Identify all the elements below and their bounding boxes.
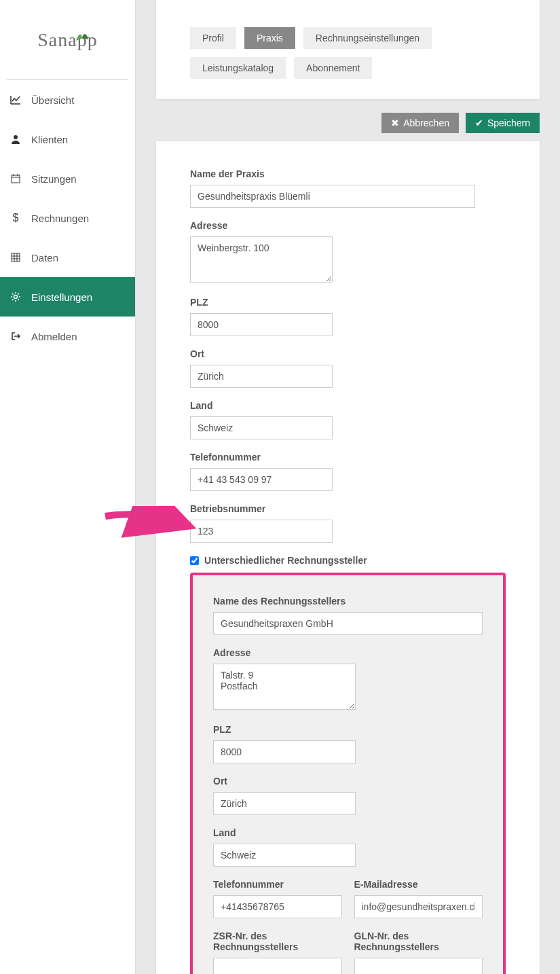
brand-logo: Sanapp [37, 29, 97, 51]
label-biller-city: Ort [213, 776, 483, 787]
checkbox-diff-biller[interactable] [190, 556, 199, 565]
sidebar-item-label: Daten [31, 252, 58, 264]
field-biller-zsr: ZSR-Nr. des Rechnungsstellers [213, 931, 342, 974]
label-address: Adresse [190, 220, 506, 231]
calendar-icon [10, 173, 22, 185]
label-opnum: Betriebsnummer [190, 503, 506, 514]
tab-praxis[interactable]: Praxis [244, 27, 295, 49]
field-biller-phone: Telefonnummer [213, 879, 342, 918]
user-icon [10, 133, 22, 145]
diff-biller-row: Unterschiedlicher Rechnungssteller [190, 555, 506, 566]
field-biller-name: Name des Rechnungsstellers [213, 596, 483, 635]
tab-profil[interactable]: Profil [190, 27, 236, 49]
form-card: Name der Praxis Adresse Weinbergstr. 100… [156, 141, 540, 974]
svg-point-10 [14, 295, 18, 299]
sidebar: Sanapp Übersicht Klienten Sitzungen $ Re… [0, 0, 136, 974]
input-biller-phone[interactable] [213, 895, 342, 918]
sidebar-item-label: Sitzungen [31, 173, 77, 185]
field-country: Land [190, 400, 506, 439]
label-country: Land [190, 400, 506, 411]
label-city: Ort [190, 348, 506, 359]
biller-row-zsr-gln: ZSR-Nr. des Rechnungsstellers GLN-Nr. de… [213, 931, 483, 974]
save-label: Speichern [487, 118, 530, 128]
biller-section: Name des Rechnungsstellers Adresse Talst… [190, 573, 506, 974]
tab-rechnungseinstellungen[interactable]: Rechnungseinstellungen [303, 27, 432, 49]
label-biller-country: Land [213, 827, 483, 838]
field-biller-country: Land [213, 827, 483, 867]
label-biller-zip: PLZ [213, 724, 483, 735]
input-phone[interactable] [190, 468, 333, 491]
gear-icon [10, 291, 22, 303]
sidebar-item-label: Einstellungen [31, 291, 92, 303]
svg-rect-5 [12, 253, 20, 261]
chart-line-icon [10, 94, 22, 106]
input-country[interactable] [190, 416, 333, 439]
input-city[interactable] [190, 365, 333, 388]
field-phone: Telefonnummer [190, 452, 506, 491]
input-biller-gln[interactable] [354, 958, 483, 974]
field-biller-gln: GLN-Nr. des Rechnungsstellers [354, 931, 483, 974]
input-biller-country[interactable] [213, 844, 356, 867]
dollar-icon: $ [10, 212, 22, 224]
save-button[interactable]: ✔ Speichern [466, 113, 540, 133]
field-biller-address: Adresse Talstr. 9 Postfach [213, 647, 483, 712]
input-opnum[interactable] [190, 520, 333, 543]
input-biller-city[interactable] [213, 792, 356, 815]
tab-leistungskatalog[interactable]: Leistungskatalog [190, 57, 286, 79]
label-biller-address: Adresse [213, 647, 483, 658]
sidebar-item-label: Klienten [31, 134, 68, 145]
nav-list: Übersicht Klienten Sitzungen $ Rechnunge… [0, 80, 135, 356]
field-biller-zip: PLZ [213, 724, 483, 763]
close-icon: ✖ [391, 118, 399, 128]
tabs-card: Profil Praxis Rechnungseinstellungen Lei… [156, 0, 540, 99]
input-biller-zsr[interactable] [213, 958, 342, 974]
table-icon [10, 251, 22, 264]
main-content: Profil Praxis Rechnungseinstellungen Lei… [136, 0, 560, 974]
biller-row-phone-email: Telefonnummer E-Mailadresse [213, 879, 483, 931]
logo-area: Sanapp [7, 0, 128, 80]
cancel-label: Abbrechen [403, 118, 449, 128]
textarea-address[interactable]: Weinbergstr. 100 [190, 236, 333, 283]
action-bar: ✖ Abbrechen ✔ Speichern [156, 113, 540, 133]
sidebar-item-data[interactable]: Daten [0, 238, 135, 277]
input-zip[interactable] [190, 313, 333, 336]
label-biller-phone: Telefonnummer [213, 879, 342, 890]
label-diff-biller: Unterschiedlicher Rechnungssteller [204, 555, 367, 566]
input-biller-name[interactable] [213, 612, 483, 635]
sidebar-item-invoices[interactable]: $ Rechnungen [0, 198, 135, 238]
label-biller-zsr: ZSR-Nr. des Rechnungsstellers [213, 931, 342, 952]
sidebar-item-sessions[interactable]: Sitzungen [0, 159, 135, 198]
sidebar-item-label: Übersicht [31, 94, 74, 106]
sidebar-item-label: Abmelden [31, 331, 77, 342]
cancel-button[interactable]: ✖ Abbrechen [381, 113, 459, 133]
field-address: Adresse Weinbergstr. 100 [190, 220, 506, 285]
label-zip: PLZ [190, 297, 506, 308]
sidebar-item-logout[interactable]: Abmelden [0, 317, 135, 356]
svg-rect-1 [12, 175, 20, 183]
label-practice-name: Name der Praxis [190, 168, 506, 179]
sidebar-item-clients[interactable]: Klienten [0, 120, 135, 159]
label-biller-name: Name des Rechnungsstellers [213, 596, 483, 607]
field-biller-city: Ort [213, 776, 483, 815]
check-icon: ✔ [475, 118, 483, 128]
field-zip: PLZ [190, 297, 506, 336]
svg-point-0 [14, 135, 18, 139]
textarea-biller-address[interactable]: Talstr. 9 Postfach [213, 664, 356, 710]
field-city: Ort [190, 348, 506, 388]
input-practice-name[interactable] [190, 185, 475, 208]
label-phone: Telefonnummer [190, 452, 506, 463]
sidebar-item-label: Rechnungen [31, 213, 89, 224]
leaf-icon [75, 25, 90, 47]
input-biller-zip[interactable] [213, 740, 356, 763]
label-biller-gln: GLN-Nr. des Rechnungsstellers [354, 931, 483, 952]
label-biller-email: E-Mailadresse [354, 879, 483, 890]
sidebar-item-overview[interactable]: Übersicht [0, 80, 135, 120]
tab-abonnement[interactable]: Abonnement [294, 57, 372, 79]
sidebar-item-settings[interactable]: Einstellungen [0, 277, 135, 317]
logout-icon [10, 330, 22, 342]
field-opnum: Betriebsnummer [190, 503, 506, 543]
field-biller-email: E-Mailadresse [354, 879, 483, 918]
input-biller-email[interactable] [354, 895, 483, 918]
field-practice-name: Name der Praxis [190, 168, 506, 208]
